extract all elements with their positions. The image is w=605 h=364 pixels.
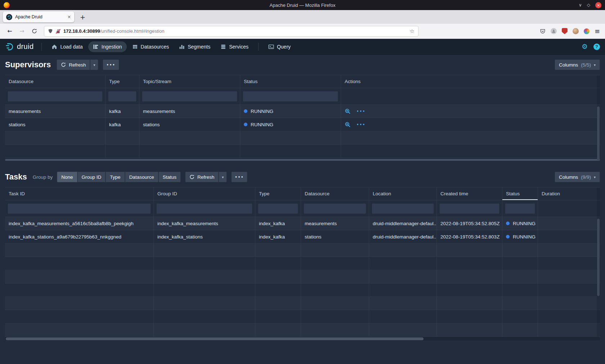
type-filter-input[interactable] xyxy=(108,91,136,102)
group-id-filter-input[interactable] xyxy=(156,203,252,214)
druid-logo[interactable]: druid xyxy=(5,42,33,51)
row-more-icon[interactable]: ••• xyxy=(357,123,366,127)
supervisors-more-button[interactable]: ••• xyxy=(103,59,119,70)
column-header-status[interactable]: Status xyxy=(240,75,341,88)
scrollbar-thumb[interactable] xyxy=(6,337,424,340)
nav-item-datasources[interactable]: Datasources xyxy=(127,41,174,52)
nav-item-query[interactable]: Query xyxy=(264,41,295,52)
tasks-columns-button[interactable]: Columns (9/9) ▾ xyxy=(555,172,600,182)
pinwheel-extension-icon[interactable] xyxy=(584,28,590,34)
datasource-filter-input[interactable] xyxy=(8,91,103,102)
chevron-down-icon: ▾ xyxy=(594,175,596,179)
query-icon xyxy=(268,44,274,50)
column-header-created-time[interactable]: Created time xyxy=(437,187,502,200)
column-header-location[interactable]: Location xyxy=(369,187,437,200)
supervisors-columns-button[interactable]: Columns (5/5) ▾ xyxy=(555,59,600,70)
tasks-refresh-button[interactable]: Refresh xyxy=(185,172,219,182)
columns-count: (5/5) xyxy=(581,62,591,68)
empty-table-row xyxy=(5,257,600,270)
tasks-vertical-scrollbar[interactable] xyxy=(597,188,600,337)
task-row[interactable]: index_kafka_stations_a9a679b22795b63_nnk… xyxy=(5,230,600,244)
scrollbar-thumb[interactable] xyxy=(597,219,600,296)
nav-item-label: Query xyxy=(277,44,291,50)
group-by-none-button[interactable]: None xyxy=(57,172,77,182)
supervisors-refresh-button[interactable]: Refresh xyxy=(57,59,90,70)
nav-item-segments[interactable]: Segments xyxy=(174,41,215,52)
column-header-type[interactable]: Type xyxy=(255,187,301,200)
supervisor-row[interactable]: measurements kafka measurements RUNNING … xyxy=(5,105,600,118)
created-time-filter-input[interactable] xyxy=(439,203,499,214)
zoom-in-icon[interactable] xyxy=(345,108,351,114)
browser-toolbar: ← → 172.18.0.4:30899/unified-console.htm… xyxy=(0,24,605,39)
tasks-table-header: Task ID Group ID Type Datasource Locatio… xyxy=(5,187,600,200)
browser-tab[interactable]: Apache Druid × xyxy=(3,12,74,22)
tab-close-icon[interactable]: × xyxy=(67,14,71,19)
column-header-status[interactable]: Status xyxy=(502,187,538,200)
window-maximize-icon[interactable]: ◇ xyxy=(587,3,590,8)
column-header-datasource[interactable]: Datasource xyxy=(5,75,106,88)
gear-icon[interactable]: ⚙ xyxy=(582,43,588,50)
duration-cell xyxy=(538,217,600,230)
task-id-cell: index_kafka_stations_a9a679b22795b63_nnk… xyxy=(5,230,154,244)
new-tab-button[interactable]: + xyxy=(76,13,89,21)
pocket-icon[interactable] xyxy=(540,28,546,34)
task-row[interactable]: index_kafka_measurements_a5616c5ba8afb8b… xyxy=(5,217,600,230)
column-header-type[interactable]: Type xyxy=(106,75,139,88)
profile-avatar-icon[interactable] xyxy=(573,28,579,34)
datasource-filter-input[interactable] xyxy=(304,203,366,214)
group-by-type-button[interactable]: Type xyxy=(106,172,125,182)
column-header-group-id[interactable]: Group ID xyxy=(154,187,255,200)
nav-item-ingestion[interactable]: Ingestion xyxy=(88,41,127,52)
status-running-dot xyxy=(244,123,247,126)
supervisor-row[interactable]: stations kafka stations RUNNING ••• xyxy=(5,118,600,131)
ublock-origin-icon[interactable] xyxy=(562,28,568,34)
tasks-more-button[interactable]: ••• xyxy=(231,172,247,182)
scrollbar-thumb[interactable] xyxy=(597,106,600,160)
supervisors-horizontal-scrollbar[interactable] xyxy=(5,159,600,161)
chevron-down-icon: ▾ xyxy=(222,175,224,179)
column-header-duration[interactable]: Duration xyxy=(538,187,600,200)
tasks-horizontal-scrollbar[interactable] xyxy=(5,337,600,341)
nav-item-label: Ingestion xyxy=(102,44,122,50)
tracking-protection-shield-icon[interactable] xyxy=(48,28,53,34)
help-icon[interactable]: ? xyxy=(593,44,600,50)
nav-item-load-data[interactable]: Load data xyxy=(47,41,87,52)
empty-table-row xyxy=(5,131,600,145)
supervisors-vertical-scrollbar[interactable] xyxy=(597,76,600,158)
empty-table-row xyxy=(5,297,600,310)
account-avatar-icon[interactable] xyxy=(551,28,557,34)
group-by-group-id-button[interactable]: Group ID xyxy=(77,172,106,182)
forward-icon[interactable]: → xyxy=(17,28,27,35)
column-header-topic-stream[interactable]: Topic/Stream xyxy=(139,75,240,88)
supervisors-refresh-dropdown-button[interactable]: ▾ xyxy=(90,59,98,70)
type-filter-input[interactable] xyxy=(258,203,298,214)
group-by-button-group: None Group ID Type Datasource Status xyxy=(57,172,181,182)
supervisors-table-header: Datasource Type Topic/Stream Status Acti… xyxy=(5,75,600,88)
nav-item-services[interactable]: Services xyxy=(216,41,253,52)
location-filter-input[interactable] xyxy=(372,203,434,214)
column-header-task-id[interactable]: Task ID xyxy=(5,187,154,200)
nav-item-label: Segments xyxy=(188,44,210,50)
group-by-datasource-button[interactable]: Datasource xyxy=(125,172,158,182)
status-filter-input[interactable] xyxy=(243,91,338,102)
window-close-icon[interactable]: × xyxy=(595,2,601,8)
tasks-title: Tasks xyxy=(5,172,27,182)
reload-icon[interactable] xyxy=(29,28,40,34)
column-header-datasource[interactable]: Datasource xyxy=(301,187,369,200)
task-id-filter-input[interactable] xyxy=(8,203,151,214)
scrollbar-thumb[interactable] xyxy=(5,159,600,161)
tasks-refresh-dropdown-button[interactable]: ▾ xyxy=(219,172,227,182)
bookmark-star-icon[interactable]: ☆ xyxy=(410,28,414,35)
row-more-icon[interactable]: ••• xyxy=(357,109,366,113)
status-filter-input[interactable] xyxy=(505,203,535,214)
insecure-lock-icon[interactable] xyxy=(56,29,60,34)
menu-icon[interactable]: ≡ xyxy=(595,27,600,35)
zoom-in-icon[interactable] xyxy=(345,122,351,128)
back-icon[interactable]: ← xyxy=(4,28,15,35)
topic-stream-filter-input[interactable] xyxy=(142,91,237,102)
window-minimize-icon[interactable]: ∨ xyxy=(579,3,582,8)
url-bar[interactable]: 172.18.0.4:30899/unified-console.html#in… xyxy=(44,26,418,37)
refresh-label: Refresh xyxy=(69,62,86,68)
group-by-status-button[interactable]: Status xyxy=(158,172,181,182)
home-icon xyxy=(51,44,57,50)
